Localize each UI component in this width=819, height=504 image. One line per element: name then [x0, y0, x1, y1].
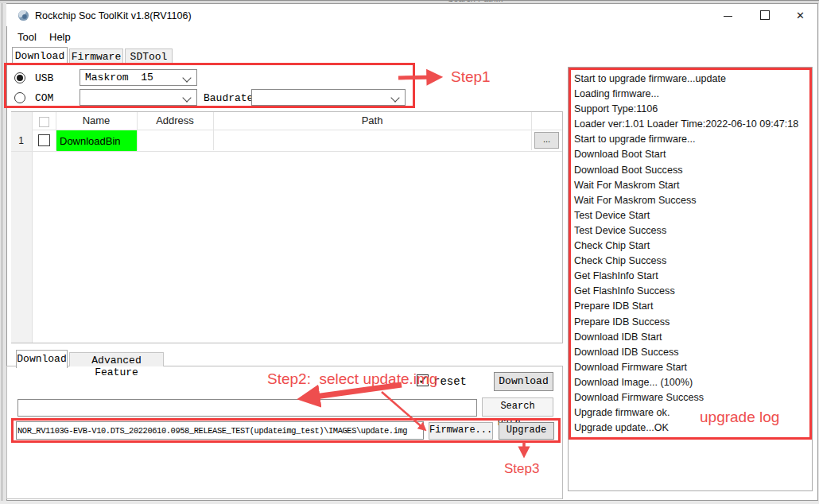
firmware-path-input[interactable]	[16, 421, 424, 440]
row-checkbox[interactable]	[38, 134, 50, 146]
log-line: Test Device Success	[574, 223, 809, 238]
column-header-address: Address	[137, 114, 213, 126]
log-line: Get FlashInfo Start	[574, 269, 809, 284]
log-line: Start to upgrade firmware...update	[574, 72, 809, 87]
device-mode-value: Maskrom 15	[85, 72, 153, 83]
log-line: Test Device Start	[574, 208, 809, 223]
com-radio[interactable]	[14, 92, 25, 103]
log-line: Prepare IDB Start	[574, 299, 809, 314]
select-all-checkbox[interactable]	[39, 117, 49, 127]
usb-radio-label: USB	[35, 72, 53, 84]
search-path-input[interactable]	[17, 399, 477, 417]
background-window-edge-line	[2, 3, 2, 501]
search-path-button[interactable]: Search Path...	[482, 397, 553, 417]
firmware-button[interactable]: Firmware...	[429, 422, 493, 440]
log-line: Download Firmware Success	[574, 390, 809, 405]
log-line: Download Firmware Start	[574, 360, 809, 375]
column-header-name: Name	[56, 114, 137, 126]
log-line: Wait For Maskrom Success	[574, 193, 809, 208]
log-line: Download Image... (100%)	[574, 375, 809, 390]
tab-download[interactable]: Download	[12, 47, 68, 64]
log-line: Get FlashInfo Success	[574, 284, 809, 299]
column-header-path: Path	[213, 114, 531, 126]
close-button[interactable]: ✕	[782, 4, 818, 26]
table-cell-name[interactable]: DownloadBin	[56, 130, 137, 151]
download-button[interactable]: Download	[494, 372, 553, 391]
log-line: Loader ver:1.01 Loader Time:2022-06-10 0…	[574, 117, 809, 132]
usb-radio[interactable]	[14, 72, 25, 83]
chevron-down-icon	[182, 93, 191, 102]
log-lines: Start to upgrade firmware...updateLoadin…	[574, 72, 809, 436]
log-line: Loading firmware...	[574, 87, 809, 102]
log-line: Download Boot Start	[574, 147, 809, 162]
tab-firmware[interactable]: Firmware	[69, 48, 123, 64]
log-line: Check Chip Success	[574, 254, 809, 269]
com-port-select[interactable]	[80, 89, 197, 106]
chevron-down-icon	[182, 73, 191, 82]
app-icon	[17, 10, 29, 21]
baudrate-select[interactable]	[251, 89, 406, 106]
step3-label: Step3	[504, 461, 539, 477]
device-mode-select[interactable]: Maskrom 15	[80, 69, 197, 86]
log-line: Download IDB Success	[574, 345, 809, 360]
log-line: Start to upgrade firmware...	[574, 132, 809, 147]
log-line: Check Chip Start	[574, 238, 809, 254]
upgrade-button[interactable]: Upgrade	[499, 422, 554, 440]
maximize-button[interactable]	[747, 4, 782, 26]
log-line: Wait For Maskrom Start	[574, 178, 809, 193]
com-radio-label: COM	[35, 92, 53, 104]
log-line: Download IDB Start	[574, 330, 809, 345]
tab-advanced-feature[interactable]: Advanced Feature	[69, 352, 164, 366]
chevron-down-icon	[390, 93, 399, 102]
minimize-button[interactable]	[710, 4, 746, 26]
row-number: 1	[11, 135, 31, 146]
reset-checkbox-label: reset	[433, 375, 467, 388]
upgrade-log-label: upgrade log	[700, 409, 779, 426]
window-title: Rockchip Soc ToolKit v1.8(RV1106)	[35, 10, 192, 21]
log-line: Prepare IDB Success	[574, 315, 809, 330]
menu-tool[interactable]: Tool	[17, 31, 37, 43]
log-line: Support Type:1106	[574, 102, 809, 117]
step2-label: Step2: select update.img	[267, 370, 437, 388]
log-line: Download Boot Success	[574, 163, 809, 178]
tab-lower-download[interactable]: Download	[16, 350, 68, 368]
menu-help[interactable]: Help	[49, 31, 71, 43]
file-table-row-gutter	[11, 112, 33, 343]
browse-path-button[interactable]: ...	[534, 132, 559, 149]
tab-sdtool[interactable]: SDTool	[125, 48, 173, 64]
step1-label: Step1	[451, 68, 491, 86]
